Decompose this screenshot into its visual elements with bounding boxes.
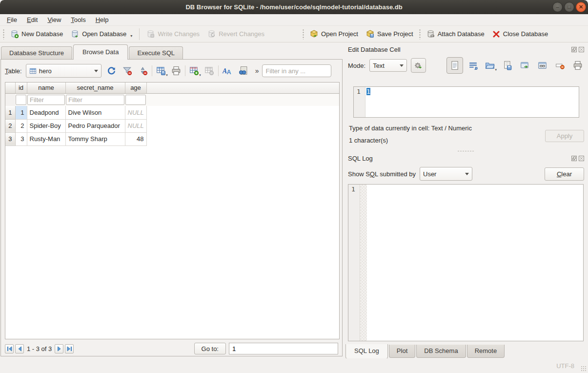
cell-id[interactable]: 3 <box>15 132 27 145</box>
print-cell-button[interactable] <box>571 59 584 72</box>
open-database-menu-caret[interactable]: ▾ <box>130 34 132 38</box>
set-null-button[interactable] <box>554 59 567 72</box>
toolbar-overflow-button[interactable]: » <box>255 67 259 75</box>
word-wrap-button[interactable] <box>468 59 479 72</box>
toolbar-drag-handle[interactable] <box>2 29 5 40</box>
filter-input-name[interactable] <box>27 95 65 105</box>
cell-editor[interactable]: 1 1 <box>353 86 579 118</box>
dock-tab-sql-log[interactable]: SQL Log <box>345 344 388 359</box>
export-data-button[interactable] <box>501 59 514 72</box>
attach-database-button[interactable]: Attach Database <box>423 27 488 41</box>
resize-grip[interactable] <box>581 366 587 372</box>
grid-filter-row <box>5 93 339 106</box>
open-database-button[interactable]: Open Database ▾ <box>67 27 136 41</box>
column-header-id[interactable]: id <box>15 83 27 93</box>
close-button[interactable]: ✕ <box>576 2 586 12</box>
column-header-name[interactable]: name <box>27 83 65 93</box>
row-header[interactable]: 1 <box>5 106 15 119</box>
cell-name[interactable]: Spider-Boy <box>27 119 65 132</box>
tab-browse-data[interactable]: Browse Data <box>73 44 128 60</box>
dock-tab-remote[interactable]: Remote <box>467 345 505 358</box>
tab-execute-sql[interactable]: Execute SQL <box>129 46 183 60</box>
sql-log-editor[interactable]: 1 <box>348 184 584 341</box>
menu-tools[interactable]: Tools <box>66 15 90 25</box>
menu-edit[interactable]: Edit <box>22 15 42 25</box>
refresh-button[interactable] <box>105 64 118 77</box>
show-sql-label: Show SQL submitted by <box>348 170 416 178</box>
cell-name[interactable]: Rusty-Man <box>27 132 65 145</box>
clear-log-button[interactable]: Clear <box>545 167 584 181</box>
first-record-button[interactable] <box>5 344 14 353</box>
cell-secret-name[interactable]: Pedro Parqueador <box>65 119 125 132</box>
cell-age[interactable]: 48 <box>125 132 146 145</box>
menu-view[interactable]: View <box>42 15 66 25</box>
goto-record-input[interactable] <box>229 343 338 354</box>
new-database-button[interactable]: New Database <box>6 27 67 41</box>
cell-age[interactable]: NULL <box>125 106 146 119</box>
revert-changes-button[interactable]: Revert Changes <box>203 27 268 41</box>
toolbar-drag-handle[interactable] <box>419 29 421 40</box>
filter-any-column-input[interactable] <box>262 64 331 77</box>
clear-filters-button[interactable] <box>121 64 134 77</box>
title-bar: DB Browser for SQLite - /home/user/code/… <box>0 0 588 14</box>
maximize-button[interactable]: □ <box>564 2 574 12</box>
apply-data-button[interactable] <box>519 59 531 72</box>
cell-id[interactable]: 2 <box>15 119 27 132</box>
fold-margin <box>360 185 367 341</box>
cell-name[interactable]: Deadpond <box>27 106 65 119</box>
tab-database-structure[interactable]: Database Structure <box>1 46 72 60</box>
clear-sorting-button[interactable] <box>137 64 149 77</box>
dock-close-icon[interactable] <box>578 47 584 53</box>
write-changes-button[interactable]: Write Changes <box>142 27 203 41</box>
insert-record-button[interactable]: ▾ <box>188 64 201 77</box>
open-in-external-button[interactable] <box>536 59 549 72</box>
open-project-button[interactable]: Open Project <box>306 27 362 41</box>
grid-corner-button[interactable] <box>5 83 15 93</box>
submitted-by-select[interactable]: User <box>420 167 472 181</box>
mode-select[interactable]: Text <box>369 59 407 72</box>
dock-tab-db-schema[interactable]: DB Schema <box>416 345 466 358</box>
row-header[interactable]: 3 <box>5 132 15 145</box>
dock-float-icon[interactable] <box>571 47 577 53</box>
text-mode-button[interactable] <box>446 57 463 74</box>
cell-age[interactable]: NULL <box>125 119 146 132</box>
column-header-age[interactable]: age <box>125 83 146 93</box>
auto-switch-mode-button[interactable] <box>411 58 426 73</box>
apply-button[interactable]: Apply <box>545 130 584 142</box>
column-header-secret-name[interactable]: secret_name <box>65 83 125 93</box>
filter-input-secret-name[interactable] <box>66 95 124 105</box>
delete-record-button[interactable] <box>203 64 216 77</box>
dock-splitter[interactable] <box>343 149 588 152</box>
menu-help[interactable]: Help <box>91 15 114 25</box>
edit-cell-dock: Edit Database Cell Mode: Text <box>343 44 588 149</box>
export-table-button[interactable]: ▾ <box>155 64 167 77</box>
minimize-button[interactable]: – <box>552 2 563 12</box>
dock-tab-plot[interactable]: Plot <box>389 345 415 358</box>
save-project-button[interactable]: Save Project <box>362 27 417 41</box>
cell-editor-icons: ▾ <box>468 59 584 72</box>
previous-record-button[interactable] <box>15 344 24 353</box>
find-in-cells-button[interactable] <box>237 64 249 77</box>
toolbar-separator <box>139 28 140 40</box>
cell-id[interactable]: 1 <box>15 106 27 119</box>
dock-close-icon[interactable] <box>578 156 584 162</box>
menu-file[interactable]: File <box>2 15 22 25</box>
last-record-button[interactable] <box>65 344 74 353</box>
dock-float-icon[interactable] <box>571 156 577 162</box>
print-button[interactable] <box>170 64 182 77</box>
toolbar-drag-handle[interactable] <box>302 29 304 40</box>
filter-input-age[interactable] <box>125 95 146 105</box>
row-header[interactable]: 2 <box>5 119 15 132</box>
next-record-button[interactable] <box>55 344 63 353</box>
line-number-gutter: 1 <box>354 87 365 117</box>
table-select[interactable]: hero <box>26 64 101 78</box>
menu-bar: File Edit View Tools Help <box>0 14 588 26</box>
import-data-button[interactable]: ▾ <box>484 59 496 72</box>
filter-input-id[interactable] <box>16 95 26 105</box>
record-range-label: 1 - 3 of 3 <box>27 345 52 352</box>
goto-button[interactable]: Go to: <box>194 343 226 354</box>
font-settings-button[interactable]: AA <box>221 64 234 77</box>
close-database-button[interactable]: Close Database <box>488 28 552 41</box>
cell-secret-name[interactable]: Dive Wilson <box>65 106 125 119</box>
cell-secret-name[interactable]: Tommy Sharp <box>65 132 125 145</box>
